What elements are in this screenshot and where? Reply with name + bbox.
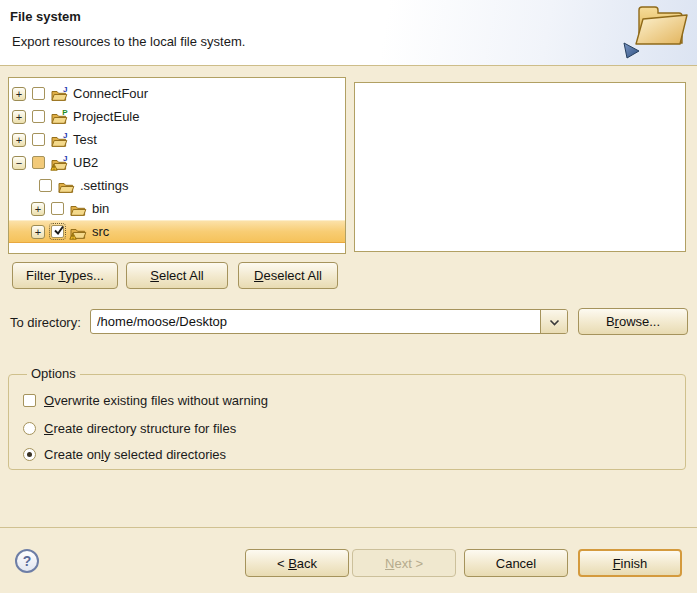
tree-item-checkbox[interactable] — [51, 225, 64, 238]
directory-input[interactable] — [91, 310, 540, 333]
button-label: Cancel — [496, 556, 536, 571]
label-mnemonic: S — [150, 268, 159, 283]
button-label: < Back — [277, 556, 317, 571]
tree-expander-icon[interactable]: − — [12, 156, 26, 170]
tree-item-label: ProjectEule — [73, 109, 139, 124]
label-text: ack — [297, 556, 317, 571]
label-text: owse... — [619, 314, 660, 329]
create-structure-radio[interactable] — [23, 422, 36, 435]
svg-text:P: P — [62, 108, 68, 117]
filter-types-button[interactable]: Filter Types... — [12, 262, 118, 289]
button-label: Finish — [613, 556, 648, 571]
footer-separator — [0, 527, 697, 528]
tree-item-settings[interactable]: .settings — [9, 174, 345, 197]
directory-dropdown-button[interactable] — [540, 310, 567, 333]
tree-item-checkbox[interactable] — [32, 156, 45, 169]
wizard-header: File system Export resources to the loca… — [0, 0, 697, 66]
cancel-button[interactable]: Cancel — [464, 549, 568, 577]
options-group-title: Options — [27, 366, 80, 381]
tree-item-label: .settings — [80, 178, 128, 193]
tree-item-label: Test — [73, 132, 97, 147]
label-text: B — [606, 314, 615, 329]
button-label: Next > — [385, 556, 423, 571]
button-label: Browse... — [606, 314, 660, 329]
directory-combo — [90, 309, 568, 334]
folder-icon — [69, 223, 87, 240]
tree-expander-icon[interactable]: + — [12, 110, 26, 124]
tree-expander-icon[interactable]: + — [31, 225, 45, 239]
file-list-panel[interactable] — [354, 82, 686, 252]
label-mnemonic: B — [288, 556, 297, 571]
button-label: Filter Types... — [26, 268, 104, 283]
label-mnemonic: D — [254, 268, 263, 283]
tree-item-test[interactable]: +JTest — [9, 128, 345, 151]
chevron-down-icon — [549, 314, 560, 329]
button-label: Deselect All — [254, 268, 322, 283]
java-project-folder-icon: P — [50, 108, 68, 125]
button-label: Select All — [150, 268, 203, 283]
tree-item-connectfour[interactable]: +JConnectFour — [9, 82, 345, 105]
label-mnemonic: O — [44, 393, 54, 408]
label-mnemonic: C — [44, 421, 53, 436]
tree-expander-icon[interactable]: + — [31, 202, 45, 216]
export-wizard-dialog: File system Export resources to the loca… — [0, 0, 697, 593]
java-project-folder-icon: J — [50, 131, 68, 148]
label-text: inish — [621, 556, 648, 571]
label-text: Filter — [26, 268, 58, 283]
back-button[interactable]: < Back — [245, 549, 349, 577]
tree-expander-icon[interactable]: + — [12, 133, 26, 147]
tree-item-label: src — [92, 224, 109, 239]
page-subtitle: Export resources to the local file syste… — [12, 34, 245, 49]
java-project-folder-icon: J — [50, 85, 68, 102]
label-text: Create on — [44, 447, 101, 462]
tree-item-src[interactable]: +src — [9, 220, 345, 243]
label-text: elect All — [159, 268, 204, 283]
finish-button[interactable]: Finish — [578, 549, 682, 577]
overwrite-checkbox[interactable] — [23, 394, 36, 407]
tree-item-checkbox[interactable] — [32, 110, 45, 123]
resource-tree[interactable]: +JConnectFour+PProjectEule+JTest−JUB2.se… — [8, 77, 346, 254]
page-title: File system — [10, 9, 81, 24]
export-folder-icon — [609, 1, 693, 61]
tree-item-label: bin — [92, 201, 109, 216]
svg-text:J: J — [63, 131, 67, 140]
question-mark-icon: ? — [23, 553, 32, 569]
tree-item-checkbox[interactable] — [39, 179, 52, 192]
tree-item-bin[interactable]: +bin — [9, 197, 345, 220]
to-directory-label: To directory: — [10, 315, 81, 330]
tree-item-ub2[interactable]: −JUB2 — [9, 151, 345, 174]
tree-item-projecteule[interactable]: +PProjectEule — [9, 105, 345, 128]
label-text: eselect All — [263, 268, 322, 283]
create-selected-radio[interactable] — [23, 448, 36, 461]
svg-text:J: J — [63, 154, 67, 163]
deselect-all-button[interactable]: Deselect All — [238, 262, 338, 289]
help-button[interactable]: ? — [15, 549, 39, 573]
create-selected-option[interactable]: Create only selected directories — [23, 446, 226, 462]
browse-button[interactable]: Browse... — [578, 308, 688, 335]
tree-item-checkbox[interactable] — [51, 202, 64, 215]
label-mnemonic: T — [58, 268, 65, 283]
label-text: Cancel — [496, 556, 536, 571]
tree-expander-icon[interactable]: + — [12, 87, 26, 101]
tree-item-checkbox[interactable] — [32, 87, 45, 100]
next-button: Next > — [352, 549, 456, 577]
label-text: y selected directories — [104, 447, 226, 462]
java-project-folder-icon: J — [50, 154, 68, 171]
options-group: Options Overwrite existing files without… — [8, 374, 686, 470]
tree-item-checkbox[interactable] — [32, 133, 45, 146]
svg-text:J: J — [63, 85, 67, 94]
create-structure-label: Create directory structure for files — [44, 421, 236, 436]
select-all-button[interactable]: Select All — [126, 262, 228, 289]
label-text: ypes... — [66, 268, 104, 283]
overwrite-option[interactable]: Overwrite existing files without warning — [23, 392, 268, 408]
label-text: verwrite existing files without warning — [54, 393, 268, 408]
label-mnemonic: F — [613, 556, 621, 571]
create-structure-option[interactable]: Create directory structure for files — [23, 420, 236, 436]
label-text: ext > — [394, 556, 423, 571]
create-selected-label: Create only selected directories — [44, 447, 226, 462]
tree-item-label: ConnectFour — [73, 86, 148, 101]
folder-icon — [57, 177, 75, 194]
label-text: reate directory structure for files — [53, 421, 236, 436]
tree-item-label: UB2 — [73, 155, 98, 170]
overwrite-label: Overwrite existing files without warning — [44, 393, 268, 408]
